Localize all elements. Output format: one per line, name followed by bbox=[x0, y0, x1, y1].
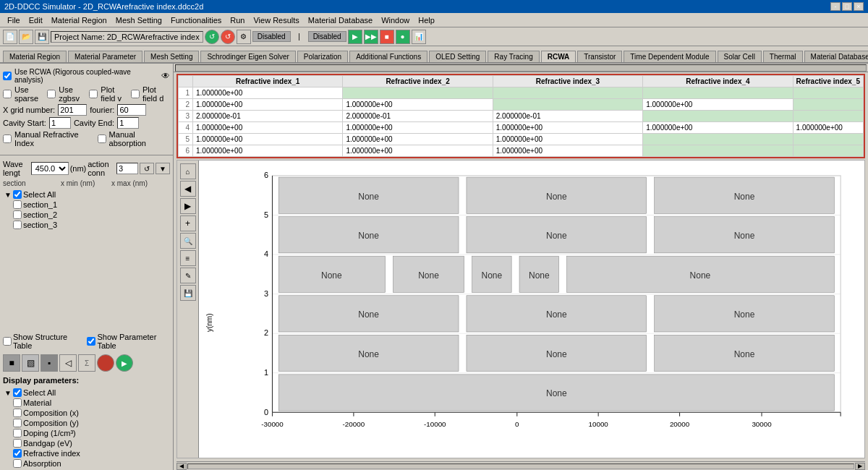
display-doping-item[interactable]: Doping (1/cm³) bbox=[12, 428, 170, 438]
menu-material-database[interactable]: Material Database bbox=[304, 14, 377, 26]
mini-btn-2[interactable]: ▧ bbox=[22, 354, 39, 372]
display-absorption-item[interactable]: Absorption bbox=[12, 458, 170, 469]
display-refindex-checkbox[interactable] bbox=[13, 449, 22, 458]
tab-thermal[interactable]: Thermal bbox=[763, 51, 803, 62]
wave-refresh[interactable]: ↺ bbox=[140, 163, 154, 174]
tab-material-region[interactable]: Material Region bbox=[3, 51, 67, 62]
tab-oled[interactable]: OLED Setting bbox=[429, 51, 486, 62]
xgrid-input[interactable] bbox=[58, 104, 87, 116]
section3-tree-item[interactable]: section_3 bbox=[12, 220, 170, 230]
tab-material-database[interactable]: Material Database bbox=[804, 51, 868, 62]
select-all-checkbox[interactable] bbox=[13, 190, 22, 199]
tab-time-dependent[interactable]: Time Dependent Module bbox=[624, 51, 715, 62]
nav-save[interactable]: 💾 bbox=[180, 285, 196, 301]
menu-functionalities[interactable]: Functionalities bbox=[166, 14, 226, 26]
plot-field-v-checkbox[interactable] bbox=[89, 90, 98, 98]
menu-material-region[interactable]: Material Region bbox=[47, 14, 111, 26]
mini-btn-play[interactable]: ▶ bbox=[116, 354, 133, 372]
tab-schrodinger[interactable]: Schrodinger Eigen Solver bbox=[200, 51, 295, 62]
display-select-all-checkbox[interactable] bbox=[13, 388, 22, 397]
menu-edit[interactable]: Edit bbox=[25, 14, 47, 26]
toolbar-chart[interactable]: 📊 bbox=[412, 30, 426, 44]
display-absorption-checkbox[interactable] bbox=[13, 459, 22, 468]
toolbar-play1[interactable]: ▶ bbox=[348, 30, 362, 44]
bottom-scrollbar[interactable]: ◀ ▶ bbox=[176, 461, 865, 470]
nav-search[interactable]: 🔍 bbox=[180, 233, 196, 249]
display-bandgap-item[interactable]: Bandgap (eV) bbox=[12, 438, 170, 448]
tab-additional[interactable]: Additional Functions bbox=[349, 51, 427, 62]
tab-material-parameter[interactable]: Material Parameter bbox=[68, 51, 142, 62]
cavity-end-input[interactable] bbox=[117, 117, 139, 129]
manual-refindex-checkbox[interactable] bbox=[3, 134, 12, 143]
tab-solar-cell[interactable]: Solar Cell bbox=[718, 51, 762, 62]
toolbar-refresh1[interactable]: ↺ bbox=[205, 30, 219, 44]
tab-mesh-setting[interactable]: Mesh Setting bbox=[144, 51, 199, 62]
menu-run[interactable]: Run bbox=[226, 14, 249, 26]
section2-checkbox[interactable] bbox=[13, 210, 22, 219]
menu-mesh-setting[interactable]: Mesh Setting bbox=[111, 14, 166, 26]
mini-btn-4[interactable]: ◁ bbox=[59, 354, 77, 372]
display-material-item[interactable]: Material bbox=[12, 398, 170, 408]
top-scrollbar[interactable] bbox=[174, 64, 868, 72]
menu-view-results[interactable]: View Results bbox=[249, 14, 303, 26]
toolbar-play2[interactable]: ▶▶ bbox=[364, 30, 378, 44]
use-rcwa-checkbox[interactable] bbox=[3, 72, 12, 80]
use-zgbsv-checkbox[interactable] bbox=[47, 90, 56, 98]
nav-plus[interactable]: + bbox=[180, 215, 196, 231]
display-material-checkbox[interactable] bbox=[13, 398, 22, 407]
plot-field-d-checkbox[interactable] bbox=[131, 90, 140, 98]
action-conn-input[interactable] bbox=[116, 163, 138, 174]
display-refindex-item[interactable]: Refractive index bbox=[12, 448, 170, 458]
display-doping-checkbox[interactable] bbox=[13, 429, 22, 437]
nav-home[interactable]: ⌂ bbox=[180, 163, 196, 179]
tab-ray-tracing[interactable]: Ray Tracing bbox=[488, 51, 539, 62]
section1-tree-item[interactable]: section_1 bbox=[12, 200, 170, 210]
section2-tree-item[interactable]: section_2 bbox=[12, 210, 170, 220]
select-all-tree-item[interactable]: ▼ Select All bbox=[3, 189, 170, 200]
display-comp-x-item[interactable]: Composition (x) bbox=[12, 408, 170, 418]
show-structure-table-checkbox[interactable] bbox=[3, 337, 12, 346]
section3-checkbox[interactable] bbox=[13, 221, 22, 229]
mini-btn-1[interactable]: ■ bbox=[3, 354, 20, 372]
mini-btn-5[interactable]: Σ bbox=[78, 354, 95, 372]
tab-polarization[interactable]: Polarization bbox=[297, 51, 348, 62]
rcwa-eye-icon[interactable]: 👁 bbox=[161, 71, 170, 81]
section1-checkbox[interactable] bbox=[13, 200, 22, 209]
minimize-button[interactable]: - bbox=[830, 2, 841, 11]
nav-pen[interactable]: ✎ bbox=[180, 268, 196, 283]
tab-rcwa[interactable]: RCWA bbox=[541, 51, 576, 62]
toolbar-refresh2[interactable]: ↺ bbox=[221, 30, 235, 44]
use-sparse-checkbox[interactable] bbox=[3, 90, 12, 98]
toolbar-stop2[interactable]: ● bbox=[396, 30, 410, 44]
wave-select[interactable]: 450.0 bbox=[31, 162, 69, 175]
toolbar-open[interactable]: 📂 bbox=[19, 30, 33, 44]
toolbar-settings[interactable]: ⚙ bbox=[237, 30, 251, 44]
display-comp-y-item[interactable]: Composition (y) bbox=[12, 418, 170, 428]
mini-btn-red[interactable] bbox=[97, 354, 114, 372]
nav-settings[interactable]: ≡ bbox=[180, 250, 196, 266]
menu-window[interactable]: Window bbox=[377, 14, 414, 26]
nav-left[interactable]: ◀ bbox=[180, 181, 196, 197]
toolbar-stop1[interactable]: ■ bbox=[380, 30, 394, 44]
scroll-right-btn[interactable]: ▶ bbox=[855, 463, 865, 470]
display-bandgap-checkbox[interactable] bbox=[13, 439, 22, 448]
fourier-input[interactable] bbox=[117, 104, 146, 116]
toolbar-save[interactable]: 💾 bbox=[35, 30, 49, 44]
maximize-button[interactable]: □ bbox=[842, 2, 852, 11]
scroll-left-btn[interactable]: ◀ bbox=[176, 463, 187, 470]
scroll-track[interactable] bbox=[187, 463, 854, 469]
window-controls[interactable]: - □ × bbox=[830, 2, 864, 11]
display-comp-y-checkbox[interactable] bbox=[13, 419, 22, 427]
wave-down[interactable]: ▼ bbox=[156, 163, 170, 174]
cavity-start-input[interactable] bbox=[49, 117, 71, 129]
mini-btn-3[interactable]: ▪ bbox=[41, 354, 58, 372]
tab-transistor[interactable]: Transistor bbox=[577, 51, 622, 62]
show-parameter-table-checkbox[interactable] bbox=[87, 337, 95, 346]
close-button[interactable]: × bbox=[854, 2, 864, 11]
menu-help[interactable]: Help bbox=[414, 14, 439, 26]
menu-file[interactable]: File bbox=[3, 14, 25, 26]
manual-abs-checkbox[interactable] bbox=[98, 134, 106, 143]
display-comp-x-checkbox[interactable] bbox=[13, 409, 22, 417]
toolbar-new[interactable]: 📄 bbox=[3, 30, 17, 44]
nav-right[interactable]: ▶ bbox=[180, 198, 196, 214]
